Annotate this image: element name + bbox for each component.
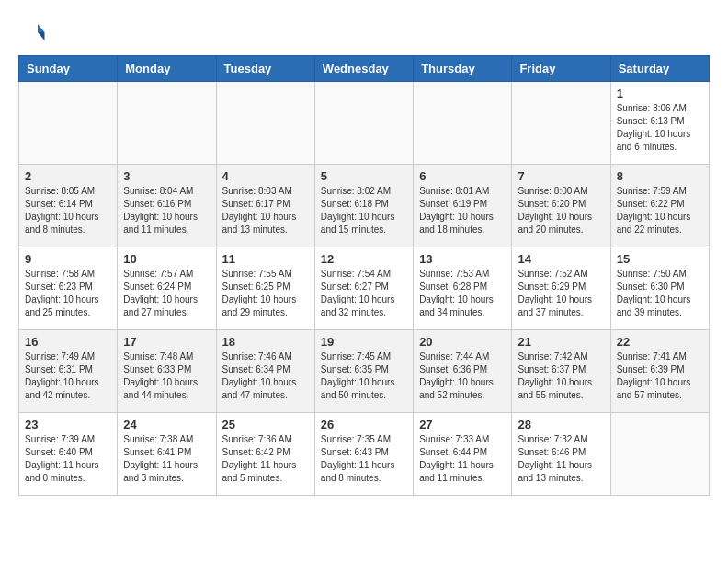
day-number: 12 [321,252,407,266]
calendar-day: 3Sunrise: 8:04 AM Sunset: 6:16 PM Daylig… [118,165,216,247]
day-number: 21 [518,335,604,349]
calendar-day: 1Sunrise: 8:06 AM Sunset: 6:13 PM Daylig… [610,82,709,165]
column-header-wednesday: Wednesday [314,56,413,82]
svg-marker-0 [38,24,45,32]
calendar-day: 22Sunrise: 7:41 AM Sunset: 6:39 PM Dayli… [610,330,709,413]
column-header-sunday: Sunday [19,56,118,82]
day-number: 22 [617,335,703,349]
day-info: Sunrise: 7:33 AM Sunset: 6:44 PM Dayligh… [419,433,506,485]
day-number: 3 [123,169,210,183]
calendar-day: 17Sunrise: 7:48 AM Sunset: 6:33 PM Dayli… [118,330,216,413]
day-info: Sunrise: 8:05 AM Sunset: 6:14 PM Dayligh… [25,185,111,236]
calendar-day: 24Sunrise: 7:38 AM Sunset: 6:41 PM Dayli… [118,413,216,496]
calendar-day: 6Sunrise: 8:01 AM Sunset: 6:19 PM Daylig… [414,165,512,247]
day-info: Sunrise: 7:32 AM Sunset: 6:46 PM Dayligh… [518,433,604,485]
day-number: 20 [419,335,506,349]
calendar-day [512,82,610,165]
page-header [18,18,710,46]
calendar-day: 12Sunrise: 7:54 AM Sunset: 6:27 PM Dayli… [314,247,413,330]
calendar-week-1: 1Sunrise: 8:06 AM Sunset: 6:13 PM Daylig… [19,82,710,165]
calendar-day [216,82,314,165]
day-info: Sunrise: 7:45 AM Sunset: 6:35 PM Dayligh… [321,350,407,402]
day-info: Sunrise: 7:58 AM Sunset: 6:23 PM Dayligh… [25,268,111,319]
calendar-week-4: 16Sunrise: 7:49 AM Sunset: 6:31 PM Dayli… [19,330,710,413]
day-info: Sunrise: 8:01 AM Sunset: 6:19 PM Dayligh… [419,185,506,236]
calendar-day: 15Sunrise: 7:50 AM Sunset: 6:30 PM Dayli… [610,247,709,330]
calendar-day [414,82,512,165]
column-header-tuesday: Tuesday [216,56,314,82]
day-number: 2 [25,169,111,183]
column-header-friday: Friday [512,56,610,82]
day-number: 11 [222,252,309,266]
calendar-day: 13Sunrise: 7:53 AM Sunset: 6:28 PM Dayli… [414,247,512,330]
day-number: 1 [617,86,703,100]
day-number: 17 [123,335,210,349]
day-info: Sunrise: 7:38 AM Sunset: 6:41 PM Dayligh… [123,433,210,485]
calendar-day: 16Sunrise: 7:49 AM Sunset: 6:31 PM Dayli… [19,330,118,413]
calendar-day: 19Sunrise: 7:45 AM Sunset: 6:35 PM Dayli… [314,330,413,413]
day-number: 15 [617,252,703,266]
day-number: 23 [25,418,111,431]
day-number: 9 [25,252,111,266]
day-info: Sunrise: 8:00 AM Sunset: 6:20 PM Dayligh… [518,185,604,236]
day-number: 8 [617,169,703,183]
calendar-day: 26Sunrise: 7:35 AM Sunset: 6:43 PM Dayli… [314,413,413,496]
day-number: 7 [518,169,604,183]
day-number: 25 [222,418,309,431]
calendar-day [610,413,709,496]
day-info: Sunrise: 7:44 AM Sunset: 6:36 PM Dayligh… [419,350,506,402]
calendar-day: 4Sunrise: 8:03 AM Sunset: 6:17 PM Daylig… [216,165,314,247]
calendar-day: 9Sunrise: 7:58 AM Sunset: 6:23 PM Daylig… [19,247,118,330]
calendar-day [118,82,216,165]
calendar-day: 8Sunrise: 7:59 AM Sunset: 6:22 PM Daylig… [610,165,709,247]
calendar-day: 20Sunrise: 7:44 AM Sunset: 6:36 PM Dayli… [414,330,512,413]
day-info: Sunrise: 7:48 AM Sunset: 6:33 PM Dayligh… [123,350,210,402]
calendar-day: 2Sunrise: 8:05 AM Sunset: 6:14 PM Daylig… [19,165,118,247]
day-number: 5 [321,169,407,183]
day-info: Sunrise: 7:55 AM Sunset: 6:25 PM Dayligh… [222,268,309,319]
logo-icon [18,18,46,46]
column-header-thursday: Thursday [414,56,512,82]
day-number: 14 [518,252,604,266]
day-info: Sunrise: 7:50 AM Sunset: 6:30 PM Dayligh… [617,268,703,319]
day-info: Sunrise: 7:53 AM Sunset: 6:28 PM Dayligh… [419,268,506,319]
svg-marker-1 [38,32,45,40]
day-number: 19 [321,335,407,349]
calendar-day: 14Sunrise: 7:52 AM Sunset: 6:29 PM Dayli… [512,247,610,330]
logo [18,18,50,46]
calendar-week-5: 23Sunrise: 7:39 AM Sunset: 6:40 PM Dayli… [19,413,710,496]
day-number: 26 [321,418,407,431]
calendar-week-3: 9Sunrise: 7:58 AM Sunset: 6:23 PM Daylig… [19,247,710,330]
calendar-day: 7Sunrise: 8:00 AM Sunset: 6:20 PM Daylig… [512,165,610,247]
calendar-day: 27Sunrise: 7:33 AM Sunset: 6:44 PM Dayli… [414,413,512,496]
day-number: 18 [222,335,309,349]
day-number: 6 [419,169,506,183]
day-info: Sunrise: 7:59 AM Sunset: 6:22 PM Dayligh… [617,185,703,236]
day-info: Sunrise: 7:42 AM Sunset: 6:37 PM Dayligh… [518,350,604,402]
calendar-day: 21Sunrise: 7:42 AM Sunset: 6:37 PM Dayli… [512,330,610,413]
day-number: 10 [123,252,210,266]
day-info: Sunrise: 7:57 AM Sunset: 6:24 PM Dayligh… [123,268,210,319]
calendar-day: 10Sunrise: 7:57 AM Sunset: 6:24 PM Dayli… [118,247,216,330]
column-header-saturday: Saturday [610,56,709,82]
day-info: Sunrise: 8:04 AM Sunset: 6:16 PM Dayligh… [123,185,210,236]
day-info: Sunrise: 7:36 AM Sunset: 6:42 PM Dayligh… [222,433,309,485]
calendar-day [314,82,413,165]
day-info: Sunrise: 7:52 AM Sunset: 6:29 PM Dayligh… [518,268,604,319]
day-info: Sunrise: 7:35 AM Sunset: 6:43 PM Dayligh… [321,433,407,485]
calendar-day: 18Sunrise: 7:46 AM Sunset: 6:34 PM Dayli… [216,330,314,413]
calendar-day: 25Sunrise: 7:36 AM Sunset: 6:42 PM Dayli… [216,413,314,496]
calendar-day: 23Sunrise: 7:39 AM Sunset: 6:40 PM Dayli… [19,413,118,496]
calendar-day [19,82,118,165]
day-info: Sunrise: 7:49 AM Sunset: 6:31 PM Dayligh… [25,350,111,402]
calendar-header-row: SundayMondayTuesdayWednesdayThursdayFrid… [19,56,710,82]
calendar-day: 28Sunrise: 7:32 AM Sunset: 6:46 PM Dayli… [512,413,610,496]
day-info: Sunrise: 7:41 AM Sunset: 6:39 PM Dayligh… [617,350,703,402]
day-number: 16 [25,335,111,349]
day-number: 28 [518,418,604,431]
day-info: Sunrise: 8:06 AM Sunset: 6:13 PM Dayligh… [617,102,703,154]
calendar-day: 5Sunrise: 8:02 AM Sunset: 6:18 PM Daylig… [314,165,413,247]
day-info: Sunrise: 7:46 AM Sunset: 6:34 PM Dayligh… [222,350,309,402]
day-number: 13 [419,252,506,266]
calendar-table: SundayMondayTuesdayWednesdayThursdayFrid… [18,55,710,496]
